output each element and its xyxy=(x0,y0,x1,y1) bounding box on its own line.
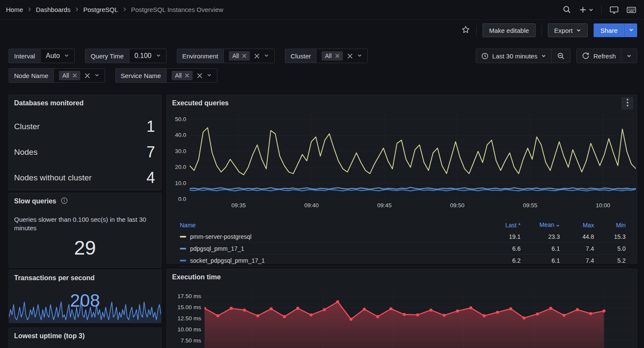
chevron-down-icon xyxy=(264,52,269,60)
panel-title: Databases monitored xyxy=(14,99,84,107)
legend-value: 19.1 xyxy=(481,233,521,240)
cluster-chip[interactable]: All xyxy=(322,51,343,61)
slow-queries-description: Queries slower than 0.100 sec(s) in the … xyxy=(9,209,161,233)
close-icon[interactable] xyxy=(73,73,77,78)
panel-execution-time: Execution time 17.50 ms15.00 ms12.50 ms1… xyxy=(167,269,637,348)
legend-value: 6.6 xyxy=(481,245,521,252)
series-swatch xyxy=(180,260,186,261)
panel-title: Lowest uptime (top 3) xyxy=(14,332,85,340)
clear-icon[interactable] xyxy=(197,73,202,78)
filter-cluster: Cluster All xyxy=(285,49,367,63)
close-icon[interactable] xyxy=(335,54,340,58)
service-name-select[interactable]: All xyxy=(167,69,217,82)
environment-select[interactable]: All xyxy=(224,49,275,63)
legend-series-toggle[interactable]: socket_pdpgsql_pmm_17_1 xyxy=(180,257,481,264)
legend-col-mean[interactable]: Mean xyxy=(521,221,560,229)
chevron-right-icon xyxy=(27,6,32,13)
service-name-chip[interactable]: All xyxy=(172,71,193,80)
chevron-right-icon xyxy=(75,6,79,13)
y-tick-label: 12.50 ms xyxy=(177,315,201,322)
kiosk-mode-icon[interactable] xyxy=(609,6,619,14)
cluster-select[interactable]: All xyxy=(316,49,367,63)
y-tick-label: 10.00 ms xyxy=(177,326,201,333)
new-menu-button[interactable] xyxy=(579,6,594,14)
panel-menu-button[interactable] xyxy=(621,97,633,110)
filter-label: Query Time xyxy=(85,49,129,63)
chevron-down-icon xyxy=(541,53,546,58)
stat-label: Nodes xyxy=(14,148,38,157)
interval-value: Auto xyxy=(46,52,60,60)
breadcrumb-home[interactable]: Home xyxy=(6,6,23,13)
breadcrumb-postgresql[interactable]: PostgreSQL xyxy=(83,6,118,13)
panel-title: Execution time xyxy=(172,273,221,281)
legend-col-name[interactable]: Name xyxy=(180,222,481,229)
share-menu-button[interactable] xyxy=(624,23,637,37)
legend-col-last[interactable]: Last * xyxy=(481,222,521,229)
stat-value: 7 xyxy=(146,143,155,161)
interval-select[interactable]: Auto xyxy=(41,49,74,63)
keyboard-shortcuts-icon[interactable] xyxy=(626,6,636,14)
clear-icon[interactable] xyxy=(85,73,90,78)
legend-col-max[interactable]: Max xyxy=(560,222,594,229)
refresh-interval-button[interactable] xyxy=(621,49,637,63)
query-time-select[interactable]: 0.100 xyxy=(129,49,166,63)
chevron-down-icon xyxy=(94,72,100,79)
y-tick-label: 0.0 xyxy=(178,196,186,202)
search-icon[interactable] xyxy=(562,5,571,14)
make-editable-button[interactable]: Make editable xyxy=(483,23,535,37)
stat-row-nodes-without-cluster: Nodes without cluster 4 xyxy=(14,165,155,191)
chip-label: All xyxy=(232,52,239,59)
filter-query-time: Query Time 0.100 xyxy=(85,49,167,63)
chevron-down-icon xyxy=(156,52,161,60)
environment-chip[interactable]: All xyxy=(229,51,250,61)
refresh-button[interactable]: Refresh xyxy=(577,49,621,63)
filter-environment: Environment All xyxy=(177,49,275,63)
stat-row-cluster: Cluster 1 xyxy=(14,114,155,139)
legend-value: 23.3 xyxy=(521,233,560,240)
node-name-chip[interactable]: All xyxy=(59,71,80,80)
y-tick-label: 7.50 ms xyxy=(181,337,201,344)
panel-lowest-uptime: Lowest uptime (top 3) xyxy=(9,328,161,348)
close-icon[interactable] xyxy=(242,54,246,58)
chevron-down-icon xyxy=(64,52,69,60)
plot-area[interactable] xyxy=(205,291,636,348)
close-icon[interactable] xyxy=(185,73,189,78)
x-tick-label: 09:50 xyxy=(450,202,465,209)
x-axis-labels: 09:3509:4009:4509:5009:5510:00 xyxy=(190,199,636,210)
legend-table: Name Last * Mean Max Min pmm-server-post… xyxy=(180,220,626,267)
time-range-label: Last 30 minutes xyxy=(492,52,538,60)
legend-row: pmm-server-postgresql 19.1 23.3 44.8 15.… xyxy=(180,231,626,243)
legend-value: 44.8 xyxy=(560,233,594,240)
export-button[interactable]: Export xyxy=(548,23,588,37)
panel-databases-monitored: Databases monitored Cluster 1 Nodes 7 No… xyxy=(9,95,161,190)
refresh-label: Refresh xyxy=(593,52,616,60)
clear-icon[interactable] xyxy=(347,53,353,59)
chip-label: All xyxy=(62,72,69,79)
y-axis-labels: 50.040.030.020.010.00.0 xyxy=(167,113,190,199)
time-range-button[interactable]: Last 30 minutes xyxy=(476,49,552,63)
legend-series-toggle[interactable]: pmm-server-postgresql xyxy=(180,233,481,240)
star-icon[interactable] xyxy=(461,25,470,36)
clear-icon[interactable] xyxy=(254,53,260,59)
x-tick-label: 09:35 xyxy=(231,202,246,209)
legend-series-toggle[interactable]: pdpgsql_pmm_17_1 xyxy=(180,245,481,252)
breadcrumb: Home Dashboards PostgreSQL PostgreSQL In… xyxy=(6,6,223,13)
info-icon[interactable] xyxy=(61,197,68,206)
filter-label: Node Name xyxy=(9,69,54,82)
share-button[interactable]: Share xyxy=(594,23,624,37)
breadcrumb-current: PostgreSQL Instances Overview xyxy=(131,6,223,13)
filter-interval: Interval Auto xyxy=(9,49,75,63)
node-name-select[interactable]: All xyxy=(54,69,105,82)
y-tick-label: 50.0 xyxy=(175,116,186,122)
legend-row: pdpgsql_pmm_17_1 6.6 6.1 7.4 5.0 xyxy=(180,243,626,255)
plot-area[interactable] xyxy=(190,113,636,199)
legend-row: socket_pdpgsql_pmm_17_1 6.2 6.1 7.4 5.2 xyxy=(180,255,626,267)
y-tick-label: 20.0 xyxy=(175,164,186,170)
refresh-picker: Refresh xyxy=(577,49,637,63)
zoom-out-button[interactable] xyxy=(551,49,570,63)
legend-col-min[interactable]: Min xyxy=(594,222,626,229)
breadcrumb-dashboards[interactable]: Dashboards xyxy=(36,6,70,13)
y-tick-label: 17.50 ms xyxy=(177,293,201,299)
stat-label: Nodes without cluster xyxy=(14,173,92,183)
panel-title: Transactions per second xyxy=(14,274,95,282)
